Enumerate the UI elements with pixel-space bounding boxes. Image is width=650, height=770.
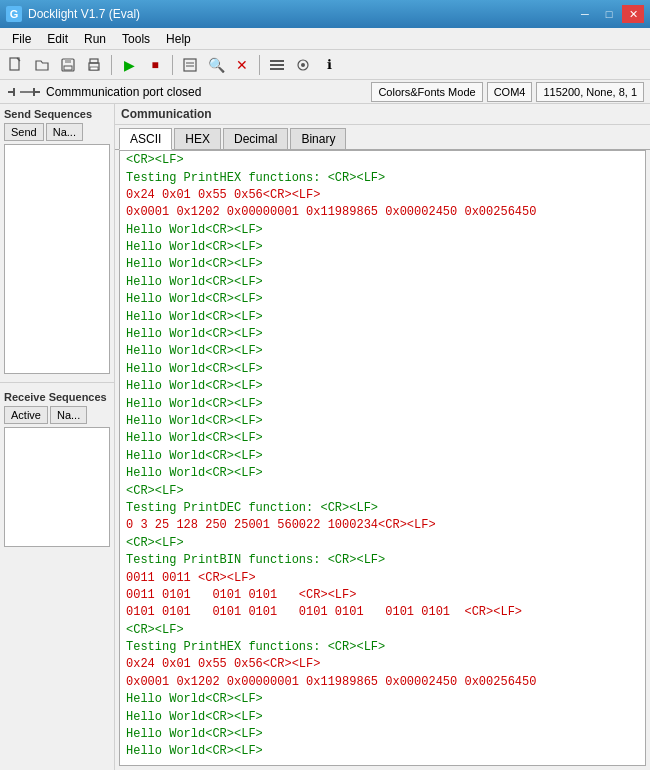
comm-label: Communication (115, 104, 650, 125)
comm-line: 0x24 0x01 0x55 0x56<CR><LF> (126, 656, 639, 673)
comm-line: Hello World<CR><LF> (126, 274, 639, 291)
svg-rect-0 (10, 58, 19, 70)
status-bar: Commmunication port closed Colors&Fonts … (0, 80, 650, 104)
tab-bar: ASCII HEX Decimal Binary (115, 125, 650, 150)
tab-decimal[interactable]: Decimal (223, 128, 288, 149)
comm-line: 0011 0011 <CR><LF> (126, 570, 639, 587)
comm-line: Hello World<CR><LF> (126, 448, 639, 465)
svg-rect-6 (90, 67, 98, 70)
comm-line: Hello World<CR><LF> (126, 222, 639, 239)
svg-rect-10 (270, 60, 284, 62)
comm-line: 0x0001 0x1202 0x00000001 0x11989865 0x00… (126, 674, 639, 691)
send-buttons: Send Na... (4, 123, 110, 141)
comm-line: Hello World<CR><LF> (126, 396, 639, 413)
menu-run[interactable]: Run (76, 30, 114, 48)
comm-line: Testing PrintBIN functions: <CR><LF> (126, 552, 639, 569)
port-button[interactable] (291, 53, 315, 77)
open-button[interactable] (30, 53, 54, 77)
svg-rect-12 (270, 68, 284, 70)
send-button[interactable]: Send (4, 123, 44, 141)
comm-line: Hello World<CR><LF> (126, 726, 639, 743)
close-button[interactable]: ✕ (622, 5, 644, 23)
active-button[interactable]: Active (4, 406, 48, 424)
receive-listbox[interactable] (4, 427, 110, 547)
color-mode-segment: Colors&Fonts Mode (371, 82, 482, 102)
tab-binary[interactable]: Binary (290, 128, 346, 149)
svg-rect-11 (270, 64, 284, 66)
comm-line: <CR><LF> (126, 483, 639, 500)
comm-line: Hello World<CR><LF> (126, 239, 639, 256)
svg-point-14 (301, 63, 305, 67)
comm-line: 0x24 0x01 0x55 0x56<CR><LF> (126, 187, 639, 204)
comm-line: Hello World<CR><LF> (126, 256, 639, 273)
comm-line: Hello World<CR><LF> (126, 378, 639, 395)
comm-line: Hello World<CR><LF> (126, 430, 639, 447)
comm-line: Testing PrintHEX functions: <CR><LF> (126, 639, 639, 656)
svg-rect-5 (90, 59, 98, 63)
comm-line: 0011 0101 0101 0101 <CR><LF> (126, 587, 639, 604)
send-listbox[interactable] (4, 144, 110, 374)
new-button[interactable] (4, 53, 28, 77)
svg-rect-7 (184, 59, 196, 71)
comm-line: Hello World<CR><LF> (126, 326, 639, 343)
receive-name-button[interactable]: Na... (50, 406, 87, 424)
maximize-button[interactable]: □ (598, 5, 620, 23)
menu-help[interactable]: Help (158, 30, 199, 48)
svg-rect-2 (65, 59, 71, 63)
menu-file[interactable]: File (4, 30, 39, 48)
save-button[interactable] (56, 53, 80, 77)
comm-line: Hello World<CR><LF> (126, 709, 639, 726)
baud-rate-segment: 115200, None, 8, 1 (536, 82, 644, 102)
stop-button[interactable]: ■ (143, 53, 167, 77)
main-area: Send Sequences Send Na... Receive Sequen… (0, 104, 650, 770)
receive-label: Receive Sequences (4, 391, 110, 403)
menu-bar: File Edit Run Tools Help (0, 28, 650, 50)
menu-edit[interactable]: Edit (39, 30, 76, 48)
toolbar-sep-2 (172, 55, 173, 75)
comm-line: 0101 0101 0101 0101 0101 0101 0101 0101 … (126, 604, 639, 621)
receive-buttons: Active Na... (4, 406, 110, 424)
receive-section: Receive Sequences Active Na... (0, 387, 114, 770)
comm-line: Hello World<CR><LF> (126, 413, 639, 430)
comm-line: Hello World<CR><LF> (126, 343, 639, 360)
title-bar: G Docklight V1.7 (Eval) ─ □ ✕ (0, 0, 650, 28)
left-panel: Send Sequences Send Na... Receive Sequen… (0, 104, 115, 770)
comm-line: 0 3 25 128 250 25001 560022 1000234<CR><… (126, 517, 639, 534)
search-button[interactable]: 🔍 (204, 53, 228, 77)
port-status: Commmunication port closed (46, 85, 367, 99)
run-button[interactable]: ▶ (117, 53, 141, 77)
about-button[interactable]: ℹ (317, 53, 341, 77)
toolbar: ▶ ■ 🔍 ✕ ℹ (0, 50, 650, 80)
menu-tools[interactable]: Tools (114, 30, 158, 48)
comm-line: Hello World<CR><LF> (126, 465, 639, 482)
minimize-button[interactable]: ─ (574, 5, 596, 23)
comm-line: Hello World<CR><LF> (126, 361, 639, 378)
comm-line: Hello World<CR><LF> (126, 309, 639, 326)
comm-line: Testing PrintDEC function: <CR><LF> (126, 500, 639, 517)
comm-line: 0x0001 0x1202 0x00000001 0x11989865 0x00… (126, 204, 639, 221)
app-icon: G (6, 6, 22, 22)
settings-button[interactable] (265, 53, 289, 77)
comm-line: Hello World<CR><LF> (126, 691, 639, 708)
port-icon (6, 84, 42, 100)
toolbar-sep-1 (111, 55, 112, 75)
print-button[interactable] (82, 53, 106, 77)
comm-content[interactable]: 15/03/2015 10:48:09.42 [RX] - <CR><LF>Te… (119, 150, 646, 766)
clear-button[interactable]: ✕ (230, 53, 254, 77)
tab-ascii[interactable]: ASCII (119, 128, 172, 150)
comm-line: Hello World<CR><LF> (126, 291, 639, 308)
panel-divider (0, 382, 114, 383)
tab-hex[interactable]: HEX (174, 128, 221, 149)
app-title: Docklight V1.7 (Eval) (28, 7, 140, 21)
comm-line: <CR><LF> (126, 152, 639, 169)
comm-line: <CR><LF> (126, 535, 639, 552)
svg-rect-3 (64, 66, 72, 70)
comm-line: <CR><LF> (126, 622, 639, 639)
toolbar-sep-3 (259, 55, 260, 75)
send-section: Send Sequences Send Na... (0, 104, 114, 378)
window-controls: ─ □ ✕ (574, 5, 644, 23)
com-port-segment: COM4 (487, 82, 533, 102)
log-button[interactable] (178, 53, 202, 77)
send-name-button[interactable]: Na... (46, 123, 83, 141)
send-label: Send Sequences (4, 108, 110, 120)
